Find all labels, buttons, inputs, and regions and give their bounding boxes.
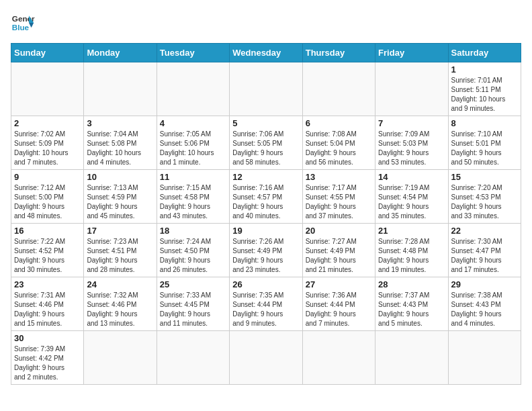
weekday-header-wednesday: Wednesday bbox=[230, 44, 302, 62]
day-info: Sunrise: 7:17 AM Sunset: 4:55 PM Dayligh… bbox=[306, 183, 372, 221]
day-info: Sunrise: 7:02 AM Sunset: 5:09 PM Dayligh… bbox=[14, 130, 81, 167]
calendar-cell: 28Sunrise: 7:37 AM Sunset: 4:43 PM Dayli… bbox=[375, 277, 448, 331]
day-number: 12 bbox=[232, 172, 299, 182]
calendar-cell: 8Sunrise: 7:10 AM Sunset: 5:01 PM Daylig… bbox=[448, 116, 521, 170]
calendar-cell: 7Sunrise: 7:09 AM Sunset: 5:03 PM Daylig… bbox=[375, 116, 448, 170]
day-info: Sunrise: 7:33 AM Sunset: 4:45 PM Dayligh… bbox=[160, 291, 226, 328]
day-info: Sunrise: 7:30 AM Sunset: 4:47 PM Dayligh… bbox=[451, 237, 518, 275]
day-info: Sunrise: 7:20 AM Sunset: 4:53 PM Dayligh… bbox=[451, 183, 518, 221]
day-number: 4 bbox=[160, 118, 226, 128]
week-row-2: 2Sunrise: 7:02 AM Sunset: 5:09 PM Daylig… bbox=[11, 116, 521, 170]
day-info: Sunrise: 7:08 AM Sunset: 5:04 PM Dayligh… bbox=[306, 130, 372, 167]
calendar-cell: 29Sunrise: 7:38 AM Sunset: 4:43 PM Dayli… bbox=[448, 277, 521, 331]
day-number: 25 bbox=[160, 279, 226, 289]
calendar-cell: 1Sunrise: 7:01 AM Sunset: 5:11 PM Daylig… bbox=[448, 62, 521, 116]
calendar-cell: 10Sunrise: 7:13 AM Sunset: 4:59 PM Dayli… bbox=[84, 170, 157, 224]
calendar-cell: 4Sunrise: 7:05 AM Sunset: 5:06 PM Daylig… bbox=[157, 116, 229, 170]
calendar-cell bbox=[157, 62, 229, 116]
calendar-cell: 13Sunrise: 7:17 AM Sunset: 4:55 PM Dayli… bbox=[302, 170, 375, 224]
calendar-cell: 6Sunrise: 7:08 AM Sunset: 5:04 PM Daylig… bbox=[302, 116, 375, 170]
day-number: 9 bbox=[14, 172, 81, 182]
week-row-6: 30Sunrise: 7:39 AM Sunset: 4:42 PM Dayli… bbox=[11, 331, 521, 385]
day-number: 11 bbox=[160, 172, 226, 182]
calendar-cell: 15Sunrise: 7:20 AM Sunset: 4:53 PM Dayli… bbox=[448, 170, 521, 224]
day-number: 2 bbox=[14, 118, 81, 128]
day-number: 3 bbox=[87, 118, 153, 128]
calendar-cell: 2Sunrise: 7:02 AM Sunset: 5:09 PM Daylig… bbox=[11, 116, 84, 170]
svg-marker-3 bbox=[29, 23, 34, 28]
calendar-cell: 26Sunrise: 7:35 AM Sunset: 4:44 PM Dayli… bbox=[230, 277, 302, 331]
day-number: 5 bbox=[232, 118, 299, 128]
day-number: 20 bbox=[306, 226, 372, 236]
day-number: 6 bbox=[306, 118, 372, 128]
day-info: Sunrise: 7:37 AM Sunset: 4:43 PM Dayligh… bbox=[378, 291, 445, 328]
day-info: Sunrise: 7:24 AM Sunset: 4:50 PM Dayligh… bbox=[160, 237, 226, 275]
weekday-header-tuesday: Tuesday bbox=[157, 44, 229, 62]
calendar-cell: 17Sunrise: 7:23 AM Sunset: 4:51 PM Dayli… bbox=[84, 224, 157, 277]
calendar-cell bbox=[375, 331, 448, 385]
day-info: Sunrise: 7:16 AM Sunset: 4:57 PM Dayligh… bbox=[232, 183, 299, 221]
calendar-cell: 19Sunrise: 7:26 AM Sunset: 4:49 PM Dayli… bbox=[230, 224, 302, 277]
weekday-header-friday: Friday bbox=[375, 44, 448, 62]
day-number: 18 bbox=[160, 226, 226, 236]
calendar-cell bbox=[157, 331, 229, 385]
day-number: 29 bbox=[451, 279, 518, 289]
calendar-cell bbox=[84, 331, 157, 385]
day-info: Sunrise: 7:04 AM Sunset: 5:08 PM Dayligh… bbox=[87, 130, 153, 167]
day-info: Sunrise: 7:28 AM Sunset: 4:48 PM Dayligh… bbox=[378, 237, 445, 275]
day-number: 26 bbox=[232, 279, 299, 289]
calendar-table: SundayMondayTuesdayWednesdayThursdayFrid… bbox=[11, 43, 521, 385]
day-number: 21 bbox=[378, 226, 445, 236]
calendar-cell: 3Sunrise: 7:04 AM Sunset: 5:08 PM Daylig… bbox=[84, 116, 157, 170]
day-info: Sunrise: 7:06 AM Sunset: 5:05 PM Dayligh… bbox=[232, 130, 299, 167]
calendar-cell bbox=[448, 331, 521, 385]
day-info: Sunrise: 7:12 AM Sunset: 5:00 PM Dayligh… bbox=[14, 183, 81, 221]
week-row-4: 16Sunrise: 7:22 AM Sunset: 4:52 PM Dayli… bbox=[11, 224, 521, 277]
day-number: 24 bbox=[87, 279, 153, 289]
day-number: 1 bbox=[451, 64, 518, 75]
day-number: 27 bbox=[306, 279, 372, 289]
calendar-cell bbox=[11, 62, 84, 116]
calendar-cell bbox=[230, 62, 302, 116]
page-header: General Blue bbox=[11, 11, 521, 35]
calendar-cell: 14Sunrise: 7:19 AM Sunset: 4:54 PM Dayli… bbox=[375, 170, 448, 224]
calendar-cell: 20Sunrise: 7:27 AM Sunset: 4:49 PM Dayli… bbox=[302, 224, 375, 277]
day-info: Sunrise: 7:22 AM Sunset: 4:52 PM Dayligh… bbox=[14, 237, 81, 275]
calendar-cell: 9Sunrise: 7:12 AM Sunset: 5:00 PM Daylig… bbox=[11, 170, 84, 224]
day-info: Sunrise: 7:10 AM Sunset: 5:01 PM Dayligh… bbox=[451, 130, 518, 167]
weekday-header-row: SundayMondayTuesdayWednesdayThursdayFrid… bbox=[11, 44, 521, 62]
day-number: 17 bbox=[87, 226, 153, 236]
day-info: Sunrise: 7:32 AM Sunset: 4:46 PM Dayligh… bbox=[87, 291, 153, 328]
calendar-cell: 22Sunrise: 7:30 AM Sunset: 4:47 PM Dayli… bbox=[448, 224, 521, 277]
day-info: Sunrise: 7:31 AM Sunset: 4:46 PM Dayligh… bbox=[14, 291, 81, 328]
calendar-cell: 16Sunrise: 7:22 AM Sunset: 4:52 PM Dayli… bbox=[11, 224, 84, 277]
calendar-cell: 21Sunrise: 7:28 AM Sunset: 4:48 PM Dayli… bbox=[375, 224, 448, 277]
day-info: Sunrise: 7:36 AM Sunset: 4:44 PM Dayligh… bbox=[306, 291, 372, 328]
calendar-cell bbox=[230, 331, 302, 385]
day-info: Sunrise: 7:13 AM Sunset: 4:59 PM Dayligh… bbox=[87, 183, 153, 221]
calendar-cell: 25Sunrise: 7:33 AM Sunset: 4:45 PM Dayli… bbox=[157, 277, 229, 331]
calendar-cell bbox=[375, 62, 448, 116]
day-info: Sunrise: 7:05 AM Sunset: 5:06 PM Dayligh… bbox=[160, 130, 226, 167]
calendar-cell bbox=[302, 331, 375, 385]
week-row-3: 9Sunrise: 7:12 AM Sunset: 5:00 PM Daylig… bbox=[11, 170, 521, 224]
calendar-cell: 24Sunrise: 7:32 AM Sunset: 4:46 PM Dayli… bbox=[84, 277, 157, 331]
week-row-5: 23Sunrise: 7:31 AM Sunset: 4:46 PM Dayli… bbox=[11, 277, 521, 331]
weekday-header-saturday: Saturday bbox=[448, 44, 521, 62]
calendar-cell bbox=[84, 62, 157, 116]
calendar-cell: 18Sunrise: 7:24 AM Sunset: 4:50 PM Dayli… bbox=[157, 224, 229, 277]
calendar-cell: 11Sunrise: 7:15 AM Sunset: 4:58 PM Dayli… bbox=[157, 170, 229, 224]
logo: General Blue bbox=[11, 11, 35, 35]
day-info: Sunrise: 7:19 AM Sunset: 4:54 PM Dayligh… bbox=[378, 183, 445, 221]
day-number: 15 bbox=[451, 172, 518, 182]
day-number: 7 bbox=[378, 118, 445, 128]
calendar-cell: 30Sunrise: 7:39 AM Sunset: 4:42 PM Dayli… bbox=[11, 331, 84, 385]
day-number: 14 bbox=[378, 172, 445, 182]
logo-icon: General Blue bbox=[11, 11, 35, 35]
week-row-1: 1Sunrise: 7:01 AM Sunset: 5:11 PM Daylig… bbox=[11, 62, 521, 116]
weekday-header-sunday: Sunday bbox=[11, 44, 84, 62]
day-info: Sunrise: 7:35 AM Sunset: 4:44 PM Dayligh… bbox=[232, 291, 299, 328]
day-info: Sunrise: 7:38 AM Sunset: 4:43 PM Dayligh… bbox=[451, 291, 518, 328]
calendar-cell: 23Sunrise: 7:31 AM Sunset: 4:46 PM Dayli… bbox=[11, 277, 84, 331]
day-info: Sunrise: 7:09 AM Sunset: 5:03 PM Dayligh… bbox=[378, 130, 445, 167]
